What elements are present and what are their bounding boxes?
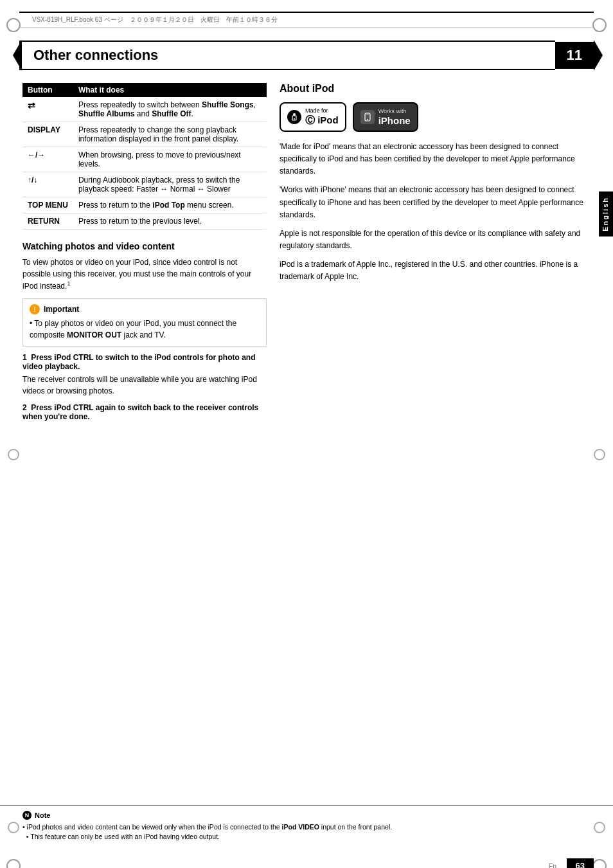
table-cell-desc: Press Press repeatedly to switch between… xyxy=(73,97,267,122)
page-number: 63 xyxy=(567,858,594,868)
svg-point-2 xyxy=(294,118,295,120)
table-header-what: What it does xyxy=(73,83,267,97)
iphone-logo: iPhone xyxy=(378,115,411,126)
mid-circle-right xyxy=(594,449,605,460)
table-row: ←/→ When browsing, press to move to prev… xyxy=(22,147,267,172)
badges-row: Made for Ⓒ iPod Works with xyxy=(280,102,591,132)
table-cell-button: DISPLAY xyxy=(22,122,73,147)
note-text-2: • This feature can only be used with an … xyxy=(22,832,591,842)
note-text-1: • iPod photos and video content can be v… xyxy=(22,822,591,833)
note-icon: N xyxy=(22,811,31,820)
step-2-heading: 2 Press iPod CTRL again to switch back t… xyxy=(22,403,267,421)
note-label: Note xyxy=(35,811,50,819)
table-row: DISPLAY Press repeatedly to change the s… xyxy=(22,122,267,147)
works-with-iphone-badge: Works with iPhone xyxy=(353,102,418,132)
svg-point-4 xyxy=(367,119,368,120)
top-bar-text: VSX-819H_RLF.book 63 ページ ２００９年１月２０日 火曜日 … xyxy=(32,15,278,24)
works-with-label: Works with xyxy=(378,108,411,115)
table-cell-desc: During Audiobook playback, press to swit… xyxy=(73,172,267,197)
step-1: 1 Press iPod CTRL to switch to the iPod … xyxy=(22,353,267,397)
important-text: • To play photos or video on your iPod, … xyxy=(30,318,260,341)
iphone-icon xyxy=(360,110,375,124)
about-para-2: 'Works with iPhone' means that an electr… xyxy=(280,184,591,221)
note-section: N Note • iPod photos and video content c… xyxy=(0,805,613,848)
note-heading: N Note xyxy=(22,811,591,820)
table-header-button: Button xyxy=(22,83,73,97)
right-column: About iPod Made for Ⓒ iPod xyxy=(280,83,591,426)
warning-icon: ! xyxy=(30,304,40,314)
important-heading: ! Important xyxy=(30,304,260,314)
step-2: 2 Press iPod CTRL again to switch back t… xyxy=(22,403,267,421)
footnote-1: 1 xyxy=(67,280,70,287)
watching-section-body: To view photos or video on your iPod, si… xyxy=(22,257,267,292)
page-container: VSX-819H_RLF.book 63 ページ ２００９年１月２０日 火曜日 … xyxy=(0,12,613,868)
button-table: Button What it does ⇄ Press Press repeat… xyxy=(22,83,267,230)
table-cell-button: ⇄ xyxy=(22,97,73,122)
table-row: RETURN Press to return to the previous l… xyxy=(22,213,267,230)
table-cell-desc: Press to return to the previous level. xyxy=(73,213,267,230)
english-sidebar: English xyxy=(599,192,613,237)
ipod-icon xyxy=(287,110,301,124)
iphone-badge-text: Works with iPhone xyxy=(378,108,411,126)
page-en-label: En xyxy=(549,863,556,868)
left-column: Button What it does ⇄ Press Press repeat… xyxy=(22,83,267,426)
table-cell-button: ←/→ xyxy=(22,147,73,172)
table-cell-button: TOP MENU xyxy=(22,197,73,213)
corner-decoration-br xyxy=(592,859,607,868)
ipod-logo: Ⓒ iPod xyxy=(305,114,339,127)
made-for-label: Made for xyxy=(305,107,339,114)
mid-circle-left xyxy=(8,449,19,460)
corner-decoration-tl xyxy=(6,18,21,32)
table-row: ↑/↓ During Audiobook playback, press to … xyxy=(22,172,267,197)
table-cell-desc: Press to return to the iPod Top menu scr… xyxy=(73,197,267,213)
ipod-badge-text: Made for Ⓒ iPod xyxy=(305,107,339,127)
corner-decoration-bl xyxy=(6,859,21,868)
svg-point-0 xyxy=(293,113,296,116)
about-para-3: Apple is not responsible for the operati… xyxy=(280,228,591,252)
table-cell-desc: Press repeatedly to change the song play… xyxy=(73,122,267,147)
important-box: ! Important • To play photos or video on… xyxy=(22,298,267,347)
svg-rect-5 xyxy=(366,114,369,114)
top-bar: VSX-819H_RLF.book 63 ページ ２００９年１月２０日 火曜日 … xyxy=(19,12,594,28)
watching-section-heading: Watching photos and video content xyxy=(22,241,267,251)
made-for-ipod-badge: Made for Ⓒ iPod xyxy=(280,102,346,132)
about-para-1: 'Made for iPod' means that an electronic… xyxy=(280,141,591,178)
chapter-title: Other connections xyxy=(19,41,555,70)
step-1-heading: 1 Press iPod CTRL to switch to the iPod … xyxy=(22,353,267,371)
chapter-header: Other connections 11 xyxy=(19,41,594,70)
corner-decoration-tr xyxy=(592,18,607,32)
table-row: TOP MENU Press to return to the iPod Top… xyxy=(22,197,267,213)
about-para-4: iPod is a trademark of Apple Inc., regis… xyxy=(280,258,591,283)
important-label: Important xyxy=(44,305,79,314)
about-ipod-heading: About iPod xyxy=(280,83,591,95)
table-cell-button: ↑/↓ xyxy=(22,172,73,197)
table-cell-desc: When browsing, press to move to previous… xyxy=(73,147,267,172)
step-1-body: The receiver controls will be unavailabl… xyxy=(22,374,267,397)
main-content: Button What it does ⇄ Press Press repeat… xyxy=(22,83,591,426)
table-row: ⇄ Press Press repeatedly to switch betwe… xyxy=(22,97,267,122)
table-cell-button: RETURN xyxy=(22,213,73,230)
chapter-number: 11 xyxy=(555,42,594,69)
